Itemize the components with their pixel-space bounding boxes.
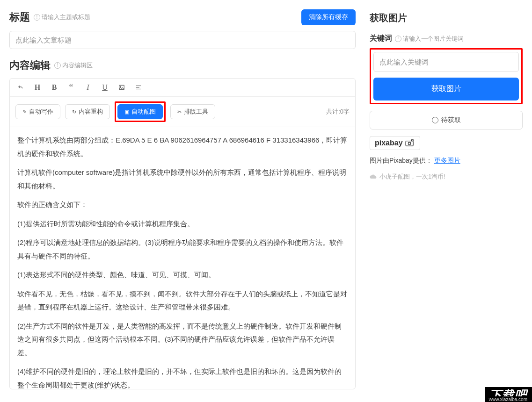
- editor-section-header: 内容编辑 ! 内容编辑区: [9, 58, 356, 72]
- auto-write-label: 自动写作: [29, 108, 53, 116]
- content-paragraph: (2)程序可以满意地处理信息的数据结构。(3)说明程序功能要求和程序需要的文档的…: [17, 236, 348, 263]
- layout-tool-label: 排版工具: [184, 108, 208, 116]
- format-toolbar: H B “ I U: [10, 79, 355, 97]
- align-button[interactable]: [133, 82, 144, 93]
- content-paragraph: (1)提供运行时所需功能和性能的命令或计算机程序集合。: [17, 217, 348, 231]
- editor-hint: ! 内容编辑区: [54, 61, 93, 70]
- keyword-highlight-box: 获取图片: [370, 48, 523, 104]
- title-hint-text: 请输入主题或标题: [42, 13, 90, 22]
- svg-point-1: [120, 86, 121, 87]
- content-paragraph: 整个计算机系统由两部分组成：E.69DA 5 E 6 BA 9062616964…: [17, 134, 348, 160]
- pixabay-badge: pixabay: [370, 136, 420, 150]
- svg-rect-7: [411, 140, 413, 141]
- auto-write-button[interactable]: ✎ 自动写作: [15, 104, 60, 119]
- bold-button[interactable]: B: [49, 82, 59, 93]
- get-image-title: 获取图片: [370, 12, 523, 24]
- undo-button[interactable]: [15, 82, 26, 93]
- pencil-icon: ✎: [22, 109, 27, 115]
- info-icon: !: [54, 62, 61, 69]
- more-images-link[interactable]: 更多图片: [434, 157, 460, 164]
- watermark-url: www.xiazaiba.com: [487, 396, 529, 402]
- provider-row: 图片由Pixabay提供： 更多图片: [370, 157, 523, 165]
- info-icon: !: [34, 14, 40, 21]
- clear-cache-button[interactable]: 清除所有缓存: [301, 9, 356, 25]
- word-count: 共计:0字: [326, 108, 350, 116]
- image-config-icon: ▣: [124, 109, 129, 115]
- auto-image-button[interactable]: ▣ 自动配图: [117, 104, 163, 119]
- svg-point-6: [408, 142, 410, 144]
- restructure-button[interactable]: ↻ 内容重构: [65, 104, 110, 119]
- title-hint: ! 请输入主题或标题: [34, 13, 90, 22]
- get-image-button[interactable]: 获取图片: [373, 78, 519, 100]
- title-label: 标题: [9, 10, 30, 24]
- editor-content[interactable]: 整个计算机系统由两部分组成：E.69DA 5 E 6 BA 9062616964…: [10, 127, 355, 389]
- pending-button[interactable]: 待获取: [370, 111, 523, 129]
- title-section-header: 标题 ! 请输入主题或标题 清除所有缓存: [9, 9, 356, 25]
- restructure-label: 内容重构: [79, 108, 103, 116]
- layout-tool-button[interactable]: ✂ 排版工具: [170, 104, 215, 119]
- editor-hint-text: 内容编辑区: [62, 61, 93, 70]
- keyword-hint-text: 请输入一个图片关键词: [403, 35, 464, 43]
- sidebar: 获取图片 关键词 ! 请输入一个图片关键词 获取图片 待获取 pixabay 图…: [370, 9, 523, 389]
- editor-label: 内容编辑: [9, 58, 51, 72]
- info-icon: !: [395, 36, 401, 42]
- pending-label: 待获取: [441, 116, 461, 124]
- keyword-label-row: 关键词 ! 请输入一个图片关键词: [370, 34, 523, 43]
- quote-button[interactable]: “: [66, 82, 76, 93]
- content-paragraph: (1)表达形式不同的硬件类型、颜色、味道、可见、可摸、可闻。: [17, 268, 348, 282]
- editor-box: H B “ I U ✎ 自动写作 ↻ 内容: [9, 78, 356, 389]
- provider-text: 图片由Pixabay提供：: [370, 157, 432, 164]
- layout-icon: ✂: [177, 109, 182, 115]
- italic-button[interactable]: I: [83, 82, 93, 93]
- image-button[interactable]: [117, 82, 127, 93]
- auto-image-highlight: ▣ 自动配图: [115, 101, 166, 122]
- auto-image-label: 自动配图: [131, 108, 156, 116]
- pixabay-text: pixabay: [375, 139, 403, 147]
- keyword-input[interactable]: [373, 52, 519, 72]
- keyword-label: 关键词: [370, 34, 392, 43]
- content-paragraph: 计算机软件(computer software)是指计算机系统中除硬件以外的所有…: [17, 166, 348, 193]
- heading-button[interactable]: H: [32, 82, 43, 93]
- cost-text: 小虎子配图，一次1淘币!: [379, 172, 445, 181]
- cloud-icon: [370, 174, 377, 179]
- content-paragraph: 软件看不见，无色，枯燥，看不见，摸不到，闻不到。软件大部分存在于人们的头脑或纸上…: [17, 287, 348, 314]
- action-toolbar: ✎ 自动写作 ↻ 内容重构 ▣ 自动配图 ✂ 排版工具 共计:0字: [10, 97, 355, 127]
- content-paragraph: (4)维护不同的硬件是旧的，理论上软件是旧的，并不坏，但实际上软件也是旧的和坏的…: [17, 365, 348, 389]
- svg-rect-5: [406, 141, 413, 146]
- article-title-input[interactable]: [9, 31, 356, 49]
- camera-icon: [405, 139, 415, 147]
- content-paragraph: 软件的正确含义如下：: [17, 198, 348, 212]
- content-paragraph: (2)生产方式不同的软件是开发，是人类智能的高发挥，而不是传统意义上的硬件制造。…: [17, 320, 348, 360]
- underline-button[interactable]: U: [100, 82, 110, 93]
- main-column: 标题 ! 请输入主题或标题 清除所有缓存 内容编辑 ! 内容编辑区 H: [9, 9, 356, 389]
- keyword-hint: ! 请输入一个图片关键词: [395, 35, 464, 43]
- refresh-icon: ↻: [72, 109, 76, 115]
- cost-row: 小虎子配图，一次1淘币!: [370, 172, 523, 181]
- circle-icon: [432, 117, 438, 123]
